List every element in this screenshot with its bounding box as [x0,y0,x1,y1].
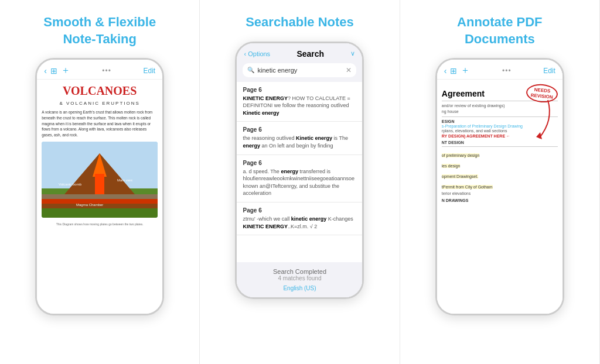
volcano-subtitle: & Volcanic Eruptions [42,101,158,106]
search-result-2[interactable]: Page 6 the reasoning outlived Kinetic en… [237,122,362,154]
search-nav: ‹ Options Search ∨ [237,43,362,63]
phone1-content: VOLCANOES & Volcanic Eruptions A volcano… [37,80,162,314]
section1-title: Smooth & FlexibleNote-Taking [43,14,156,47]
nav-left: ‹ ⊞ ＋ [44,64,70,77]
phone1: ‹ ⊞ ＋ ••• Edit VOLCANOES & Volcanic Erup… [35,58,164,315]
pdf-grid-icon[interactable]: ⊞ [450,66,457,75]
section3-title: Annotate PDFDocuments [457,14,542,47]
annotate-pdf-section: Annotate PDFDocuments ‹ ⊞ ＋ ••• Edit NEE… [400,0,600,364]
section2-title: Searchable Notes [246,14,354,31]
search-footer: Search Completed 4 matches found English… [237,262,362,297]
searchable-notes-section: Searchable Notes ‹ Options Search ∨ 🔍 ki… [200,0,400,364]
plus-icon[interactable]: ＋ [61,64,70,77]
volcano-title: VOLCANOES [42,84,158,97]
search-nav-title: Search [296,49,324,59]
result4-text: ztmu' -which we call kinetic energy K-ch… [243,215,356,230]
result3-page: Page 6 [243,160,356,166]
result1-text: KINETIC ENERGY? HOW TO CALCULATE = DEFIN… [243,95,356,117]
search-matches-count: 4 matches found [243,275,356,281]
pdf-edit-button[interactable]: Edit [543,67,555,75]
search-icon: 🔍 [247,67,254,73]
phone1-screen: ‹ ⊞ ＋ ••• Edit VOLCANOES & Volcanic Erup… [37,60,162,314]
result1-page: Page 6 [243,87,356,93]
search-result-3[interactable]: Page 6 a. d speed. The energy transferre… [237,155,362,202]
note-taking-section: Smooth & FlexibleNote-Taking ‹ ⊞ ＋ ••• E… [0,0,200,364]
result2-text: the reasoning outlived Kinetic energy is… [243,135,356,149]
clear-icon[interactable]: ✕ [346,66,352,74]
search-query[interactable]: kinetic energy [257,67,343,74]
phone3: ‹ ⊞ ＋ ••• Edit NEEDSREVISION Agreement a… [435,58,564,315]
pdf-nav: ‹ ⊞ ＋ ••• Edit [437,60,562,80]
pdf-highlight-1: of preliminary design [442,153,480,157]
edit-button[interactable]: Edit [143,67,155,75]
result2-page: Page 6 [243,126,356,133]
pdf-nav-left: ‹ ⊞ ＋ [444,64,471,77]
pdf-highlight-4: tPermit from City of Gotham [442,185,493,189]
svg-rect-8 [42,208,158,218]
svg-text:Magma Chamber: Magma Chamber [76,203,103,207]
pdf-back-icon[interactable]: ‹ [444,66,447,75]
pdf-row-4: terior elevations [442,191,558,197]
pdf-highlight-3: opment Drawingset. [442,174,478,178]
svg-text:Volcanic bomb: Volcanic bomb [59,183,82,186]
chevron-down-icon[interactable]: ∨ [350,50,355,57]
back-icon[interactable]: ‹ [44,66,47,75]
grid-icon[interactable]: ⊞ [50,66,57,75]
phone3-screen: ‹ ⊞ ＋ ••• Edit NEEDSREVISION Agreement a… [437,60,562,314]
svg-text:Main vent: Main vent [117,178,132,182]
volcano-body-text: A volcano is an opening Earth's crust th… [42,109,158,138]
result3-text: a. d speed. The energy transferred is hl… [243,168,356,197]
result4-page: Page 6 [243,207,356,214]
more-icon[interactable]: ••• [102,67,111,75]
search-results-list: Page 6 KINETIC ENERGY? HOW TO CALCULATE … [237,82,362,262]
svg-rect-5 [42,194,158,199]
pdf-divider-3 [442,146,558,147]
search-bar[interactable]: 🔍 kinetic energy ✕ [243,63,356,77]
svg-marker-12 [536,132,542,139]
pdf-section-ndrawings: N DRAWINGS [442,198,558,202]
pdf-highlight-2: ies design [442,164,461,168]
volcano-caption: This Diagram shows how moving plates go … [42,222,158,226]
phone1-nav: ‹ ⊞ ＋ ••• Edit [37,60,162,80]
search-result-1[interactable]: Page 6 KINETIC ENERGY? HOW TO CALCULATE … [237,82,362,122]
svg-rect-4 [95,174,104,194]
red-arrow-annotation [516,97,557,144]
search-result-4[interactable]: Page 6 ztmu' -which we call kinetic ener… [237,202,362,235]
pdf-more-icon[interactable]: ••• [502,67,512,75]
options-button[interactable]: ‹ Options [244,50,270,57]
search-completed-label: Search Completed [243,268,356,275]
phone2: ‹ Options Search ∨ 🔍 kinetic energy ✕ Pa… [235,42,364,299]
pdf-plus-icon[interactable]: ＋ [461,64,470,77]
language-selector[interactable]: English (US) [243,285,356,291]
volcano-diagram: Volcanic bomb Main vent Magma Chamber [42,142,158,218]
phone2-screen: ‹ Options Search ∨ 🔍 kinetic energy ✕ Pa… [237,43,362,297]
pdf-content: NEEDSREVISION Agreement and/or review of… [437,80,562,314]
